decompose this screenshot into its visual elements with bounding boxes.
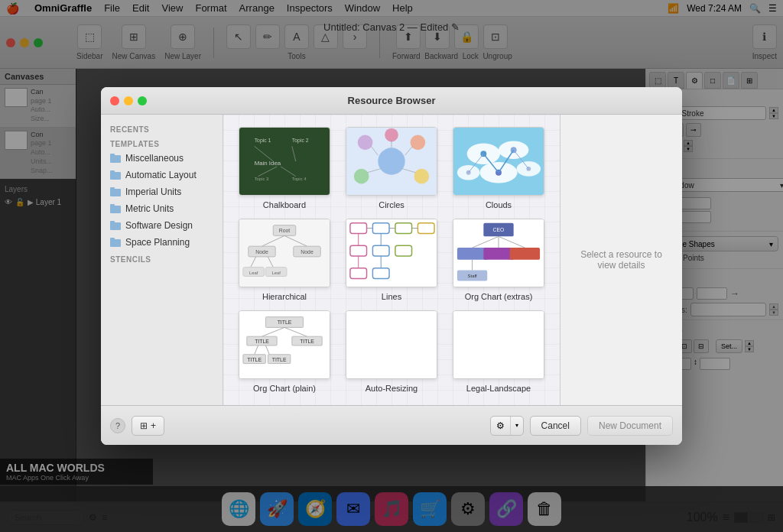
template-label-org-extras: Org Chart (extras): [465, 292, 533, 301]
svg-rect-8: [110, 222, 121, 230]
svg-rect-89: [510, 248, 540, 260]
svg-text:TITLE: TITLE: [272, 357, 287, 362]
rb-titlebar: Resource Browser: [101, 87, 682, 115]
rb-close-button[interactable]: [110, 96, 119, 105]
templates-header: TEMPLATES: [101, 135, 223, 150]
rb-item-auto-layout[interactable]: Automatic Layout: [101, 167, 223, 183]
template-thumb-hierarchical: Root Node Node Leaf Leaf: [239, 219, 330, 287]
template-label-hierarchical: Hierarchical: [262, 292, 307, 301]
rb-item-label-metric: Metric Units: [125, 203, 174, 214]
svg-rect-87: [457, 248, 487, 260]
rb-footer-right: ⚙ ▾ Cancel New Document: [490, 416, 673, 436]
rb-item-space[interactable]: Space Planning: [101, 234, 223, 251]
template-thumb-circles: [346, 127, 437, 196]
auto-resizing-svg: [346, 310, 437, 379]
template-legal-landscape[interactable]: Legal-Landscape: [450, 310, 547, 393]
rb-item-label-space: Space Planning: [125, 237, 190, 248]
folder-icon-software: [110, 220, 121, 231]
folder-icon-space: [110, 237, 121, 248]
resource-browser: Resource Browser RECENTS TEMPLATES Misce…: [101, 87, 682, 445]
template-label-chalkboard: Chalkboard: [263, 200, 306, 209]
svg-text:TITLE: TITLE: [255, 339, 269, 344]
rb-item-miscellaneous[interactable]: Miscellaneous: [101, 150, 223, 167]
svg-rect-109: [453, 311, 544, 379]
recents-header: RECENTS: [101, 121, 223, 135]
svg-rect-88: [483, 248, 513, 260]
svg-point-27: [414, 169, 430, 184]
svg-point-25: [411, 135, 426, 151]
svg-text:TITLE: TITLE: [247, 357, 262, 362]
svg-rect-3: [110, 170, 115, 173]
template-clouds[interactable]: Clouds: [450, 127, 547, 209]
rb-content: Topic 1 Topic 2 Main Idea Topic 3 Topic …: [223, 115, 560, 405]
template-thumb-legal-landscape: [453, 310, 544, 379]
svg-rect-7: [110, 204, 115, 206]
svg-rect-0: [110, 155, 121, 163]
svg-text:Topic 4: Topic 4: [292, 177, 307, 181]
template-circles[interactable]: Circles: [343, 127, 440, 209]
add-icon: +: [151, 420, 156, 431]
template-label-clouds: Clouds: [486, 200, 512, 209]
template-thumb-lines: [346, 219, 437, 287]
rb-item-imperial[interactable]: Imperial Units: [101, 183, 223, 200]
template-auto-resizing[interactable]: Auto-Resizing: [343, 310, 440, 393]
rb-item-label-imperial: Imperial Units: [125, 187, 181, 197]
chalkboard-svg: Topic 1 Topic 2 Main Idea Topic 3 Topic …: [239, 127, 330, 196]
template-org-plain[interactable]: TITLE TITLE TITLE TITLE: [236, 310, 333, 393]
rb-item-metric[interactable]: Metric Units: [101, 200, 223, 217]
svg-text:Main Idea: Main Idea: [255, 160, 281, 167]
template-thumb-auto-resizing: [346, 310, 437, 379]
rb-details-placeholder: Select a resource to view details: [560, 237, 682, 283]
rb-new-document-button[interactable]: New Document: [587, 416, 673, 436]
svg-text:Node: Node: [255, 249, 268, 255]
rb-minimize-button[interactable]: [124, 96, 133, 105]
svg-text:Root: Root: [279, 228, 291, 233]
rb-traffic-lights: [110, 96, 147, 105]
svg-text:Staff: Staff: [468, 274, 477, 278]
template-org-extras[interactable]: CEO Staff Org Chart (extras): [450, 219, 547, 301]
rb-item-label-auto: Automatic Layout: [125, 170, 197, 180]
rb-add-button[interactable]: ⊞ +: [132, 416, 164, 436]
rb-item-software[interactable]: Software Design: [101, 217, 223, 234]
svg-rect-108: [346, 311, 437, 379]
folder-icon-imperial: [110, 187, 121, 197]
svg-rect-10: [110, 239, 121, 247]
template-lines[interactable]: Lines: [343, 219, 440, 301]
svg-text:CEO: CEO: [493, 227, 505, 232]
svg-text:TITLE: TITLE: [278, 320, 292, 325]
rb-footer: ? ⊞ + ⚙ ▾ Cancel New Document: [101, 405, 682, 445]
template-thumb-org-extras: CEO Staff: [453, 219, 544, 287]
template-hierarchical[interactable]: Root Node Node Leaf Leaf: [236, 219, 333, 301]
circles-svg: [346, 127, 437, 196]
clouds-svg: [453, 127, 544, 196]
svg-text:Node: Node: [301, 249, 314, 255]
svg-rect-4: [110, 189, 121, 196]
svg-text:Leaf: Leaf: [271, 271, 281, 275]
svg-point-23: [378, 148, 404, 174]
folder-icon-metric: [110, 203, 121, 214]
legal-landscape-svg: [453, 310, 544, 379]
svg-rect-11: [110, 238, 115, 240]
svg-text:Topic 3: Topic 3: [255, 177, 269, 181]
rb-maximize-button[interactable]: [138, 96, 147, 105]
rb-gear-button[interactable]: ⚙: [491, 417, 511, 435]
folder-icon-misc: [110, 153, 121, 164]
rb-cancel-button[interactable]: Cancel: [530, 416, 581, 436]
screen-icon: ⊞: [140, 420, 148, 431]
svg-rect-1: [110, 154, 115, 156]
template-label-lines: Lines: [382, 292, 401, 301]
template-chalkboard[interactable]: Topic 1 Topic 2 Main Idea Topic 3 Topic …: [236, 127, 333, 209]
svg-point-28: [385, 128, 398, 142]
stencils-header: STENCILS: [101, 251, 223, 265]
svg-point-26: [354, 169, 369, 184]
svg-text:TITLE: TITLE: [300, 339, 314, 344]
rb-sidebar: RECENTS TEMPLATES Miscellaneous Automati…: [101, 115, 223, 405]
template-label-circles: Circles: [379, 200, 404, 209]
rb-dropdown-button[interactable]: ▾: [511, 417, 523, 435]
svg-rect-64: [346, 219, 437, 287]
rb-help-button[interactable]: ?: [110, 418, 125, 433]
template-label-org-plain: Org Chart (plain): [253, 384, 316, 393]
rb-body: RECENTS TEMPLATES Miscellaneous Automati…: [101, 115, 682, 405]
rb-item-label-misc: Miscellaneous: [125, 153, 184, 164]
svg-rect-2: [110, 172, 121, 180]
